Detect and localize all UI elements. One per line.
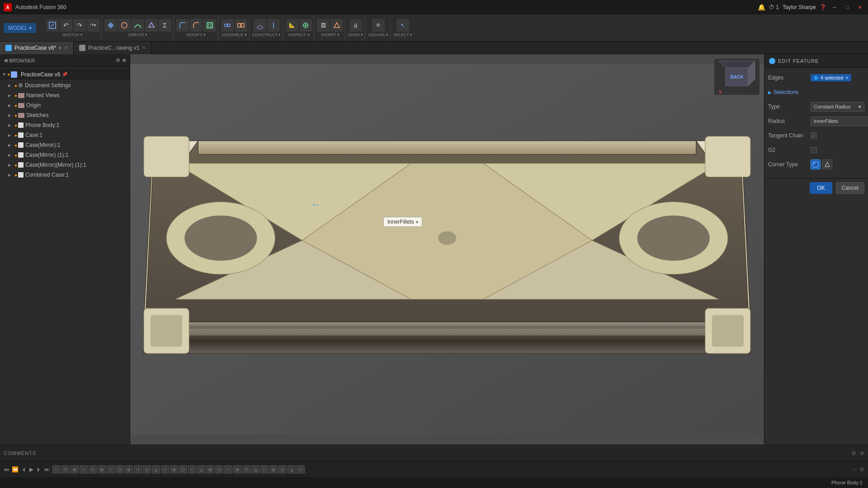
tab-drawing-close[interactable]: ✕	[142, 45, 146, 50]
tl-icon-22[interactable]: △	[251, 465, 259, 474]
tl-icon-0[interactable]: □	[52, 465, 61, 474]
viewport[interactable]: ← InnerFillets ▾ BACK X	[130, 54, 764, 445]
case-mirror-1-eye-icon[interactable]: ●	[14, 153, 17, 158]
tree-item-origin[interactable]: ▶ ● Origin	[0, 100, 130, 110]
combined-case-eye-icon[interactable]: ●	[14, 173, 17, 178]
tl-icon-12[interactable]: □	[161, 465, 169, 474]
tl-icon-2[interactable]: ◎	[71, 465, 79, 474]
tl-icon-11[interactable]: △	[152, 465, 160, 474]
modify-shell-btn[interactable]	[203, 19, 216, 32]
insert-image-btn[interactable]: 🖼	[317, 19, 330, 32]
sketch-create-btn[interactable]	[46, 19, 59, 32]
root-expand-arrow[interactable]: ▼	[2, 72, 6, 77]
maximize-button[interactable]: □	[843, 3, 852, 12]
create-revolve-btn[interactable]	[118, 19, 131, 32]
addins-scripts-btn[interactable]: ⚙	[372, 19, 385, 32]
user-name[interactable]: Taylor Sharpe	[783, 4, 816, 10]
close-button[interactable]: ✕	[855, 3, 864, 12]
tl-icon-3[interactable]: □	[80, 465, 88, 474]
create-loft-btn[interactable]	[145, 19, 158, 32]
create-extrude-btn[interactable]	[104, 19, 117, 32]
create-sweep-btn[interactable]	[132, 19, 144, 32]
tree-item-sketches[interactable]: ▶ ● Sketches	[0, 110, 130, 120]
inspect-display-btn[interactable]	[299, 19, 312, 32]
sketches-expand-arrow[interactable]: ▶	[8, 113, 14, 117]
combined-case-expand-arrow[interactable]: ▶	[8, 173, 14, 177]
case-mirror-eye-icon[interactable]: ●	[14, 143, 17, 148]
tab-drawing[interactable]: PracticeC...rawing v1 ✕	[74, 42, 151, 54]
corner-type-btn-2[interactable]	[822, 160, 832, 169]
modify-chamfer-btn[interactable]	[190, 19, 203, 32]
tangent-chain-checkbox[interactable]: ✓	[811, 132, 817, 139]
construct-axis-btn[interactable]	[267, 19, 280, 32]
tl-icon-24[interactable]: ◎	[269, 465, 278, 474]
sketches-eye-icon[interactable]: ●	[14, 113, 17, 118]
sidebar-collapse-btn[interactable]: ◀	[4, 57, 7, 63]
make-print-btn[interactable]: 🖨	[349, 19, 362, 32]
tl-icon-21[interactable]: ⬡	[242, 465, 250, 474]
tree-item-combined-case[interactable]: ▶ ● Combined Case:1	[0, 170, 130, 180]
tl-icon-8[interactable]: ◎	[125, 465, 133, 474]
origin-expand-arrow[interactable]: ▶	[8, 103, 14, 108]
mode-button[interactable]: MODEL ▾	[4, 23, 36, 33]
help-icon[interactable]: ❓	[820, 4, 826, 10]
tree-item-doc-settings[interactable]: ▶ ● ⚙ Document Settings	[0, 80, 130, 90]
assemble-rigid-btn[interactable]	[235, 19, 247, 32]
phone-body-eye-icon[interactable]: ●	[14, 123, 17, 128]
g2-checkbox[interactable]	[811, 147, 817, 153]
sketch-undo-btn[interactable]: ↶	[60, 19, 72, 32]
tree-item-case-mirror[interactable]: ▶ ● Case(Mirror):1	[0, 140, 130, 150]
origin-eye-icon[interactable]: ●	[14, 103, 17, 108]
type-dropdown[interactable]: Constant Radius ▾	[811, 102, 864, 112]
tree-item-case-mirror-mirror[interactable]: ▶ ● Case(Mirror)(Mirror) (1):1	[0, 160, 130, 170]
sketch-redo-btn[interactable]: ↷	[73, 19, 86, 32]
tl-icon-5[interactable]: ◎	[98, 465, 106, 474]
minimize-button[interactable]: ─	[830, 3, 839, 12]
tl-icon-26[interactable]: △	[288, 465, 296, 474]
insert-mesh-btn[interactable]	[330, 19, 343, 32]
assemble-joint-btn[interactable]	[221, 19, 234, 32]
tl-icon-9[interactable]: □	[134, 465, 142, 474]
case-mirror-1-expand-arrow[interactable]: ▶	[8, 153, 14, 157]
notification-icon[interactable]: 🔔	[758, 4, 765, 11]
tl-icon-20[interactable]: ◎	[233, 465, 241, 474]
tree-root-item[interactable]: ▼ ● PracticeCase v6 📌	[0, 69, 130, 80]
selections-label-container[interactable]: ▶ Selections	[768, 89, 798, 95]
phone-body-expand-arrow[interactable]: ▶	[8, 123, 14, 127]
model-tooltip[interactable]: InnerFillets ▾	[383, 217, 422, 227]
selections-row[interactable]: ▶ Selections	[768, 86, 864, 99]
case-mirror-mirror-eye-icon[interactable]: ●	[14, 163, 17, 168]
timeline-step-prev-btn[interactable]: ⏴	[21, 466, 27, 473]
tl-icon-19[interactable]: □	[224, 465, 232, 474]
doc-expand-arrow[interactable]: ▶	[8, 84, 14, 88]
modify-fillet-btn[interactable]	[176, 19, 189, 32]
create-sum-btn[interactable]: Σ	[159, 19, 171, 32]
radius-input[interactable]	[811, 117, 868, 126]
tab-practicecase-close[interactable]: ✕	[64, 45, 68, 50]
cancel-button[interactable]: Cancel	[836, 182, 864, 194]
ok-button[interactable]: OK	[810, 182, 832, 194]
case-expand-arrow[interactable]: ▶	[8, 133, 14, 137]
tree-item-named-views[interactable]: ▶ ● Named Views	[0, 90, 130, 100]
tl-icon-14[interactable]: ⬡	[179, 465, 187, 474]
tooltip-dropdown-arrow[interactable]: ▾	[416, 220, 418, 225]
case-eye-icon[interactable]: ●	[14, 133, 17, 138]
tl-icon-13[interactable]: ◎	[170, 465, 178, 474]
tl-icon-10[interactable]: ⬡	[143, 465, 151, 474]
tl-icon-25[interactable]: ⬡	[278, 465, 287, 474]
timeline-start-btn[interactable]: ⏮	[4, 466, 9, 473]
tab-practicecase[interactable]: PracticeCase v6* ● ✕	[0, 42, 74, 54]
tree-item-case-mirror-1[interactable]: ▶ ● Case(Mirror) (1):1	[0, 150, 130, 160]
comments-settings-icon[interactable]: ⚙	[851, 450, 856, 456]
timeline-end-btn[interactable]: ⏭	[44, 466, 50, 473]
comments-expand-icon[interactable]: ⊕	[860, 450, 864, 456]
tl-icon-6[interactable]: □	[107, 465, 115, 474]
corner-type-btn-1[interactable]	[811, 160, 821, 169]
doc-eye-icon[interactable]: ●	[14, 83, 17, 88]
tl-icon-17[interactable]: ◎	[206, 465, 214, 474]
root-pin-icon[interactable]: 📌	[62, 72, 67, 77]
tree-item-phone-body[interactable]: ▶ ● Phone Body:1	[0, 120, 130, 130]
sidebar-settings-icon[interactable]: ⚙	[116, 57, 120, 63]
timeline-settings-icon[interactable]: ⚙	[859, 466, 864, 473]
inspect-measure-btn[interactable]: 📐	[286, 19, 298, 32]
